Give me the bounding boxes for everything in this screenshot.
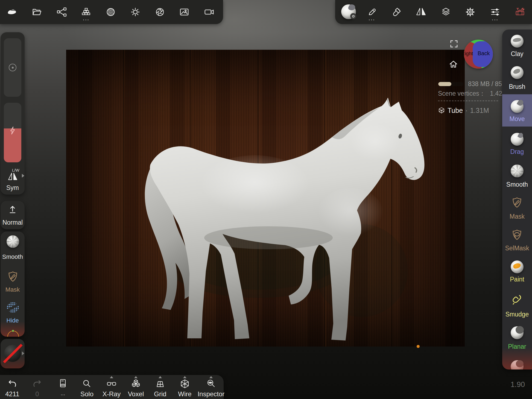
- top-toolbar-right: [335, 0, 532, 24]
- voxel-label[interactable]: Voxel: [123, 390, 149, 398]
- tool-clay-label[interactable]: Clay: [502, 50, 532, 58]
- mask-quick-icon[interactable]: [7, 271, 19, 282]
- selected-object-row[interactable]: Tube · 1.31M: [438, 106, 489, 115]
- wire-sphere-icon: [438, 107, 445, 114]
- solo-button[interactable]: [82, 379, 92, 389]
- tool-panel: Clay Brush Move Drag Smooth Mask SelMask…: [502, 30, 532, 369]
- painting-brush-button[interactable]: [391, 7, 402, 17]
- redo-button[interactable]: [32, 379, 42, 389]
- material-dent: [348, 4, 356, 11]
- settings-gear-button[interactable]: [465, 7, 475, 17]
- nav-face-right-label[interactable]: Right: [464, 51, 473, 57]
- stats-separator: [438, 101, 498, 101]
- grid-label[interactable]: Grid: [147, 390, 173, 398]
- grid-button[interactable]: [155, 379, 165, 389]
- memory-bar-fill: [438, 82, 451, 86]
- voxel-popup-indicator: [134, 376, 138, 378]
- inspector-popup-indicator: [209, 376, 213, 378]
- tool-mask-label[interactable]: Mask: [502, 213, 532, 220]
- topology-sphere-button[interactable]: [106, 7, 116, 17]
- symmetry-expand-chevron[interactable]: [22, 174, 24, 178]
- grid-popup-indicator: [159, 376, 162, 378]
- tool-brush-icon[interactable]: [511, 66, 524, 79]
- undo-button[interactable]: [7, 379, 17, 389]
- nav-face-back-label[interactable]: Back: [478, 50, 490, 57]
- radius-slider[interactable]: [4, 38, 21, 97]
- memory-bar: [438, 82, 463, 86]
- radius-icon: [9, 64, 16, 71]
- falloff-expand-chevron[interactable]: [22, 351, 24, 355]
- tool-smudge-icon[interactable]: [511, 294, 523, 306]
- voxel-button[interactable]: [131, 379, 141, 389]
- tool-mask-icon[interactable]: [511, 197, 523, 208]
- home-icon[interactable]: [449, 60, 458, 68]
- symmetry-toggle-icon[interactable]: [8, 172, 18, 181]
- turntable-video-button[interactable]: [204, 7, 214, 17]
- tool-smooth-icon[interactable]: [511, 165, 524, 177]
- redo-count: 0: [24, 390, 50, 398]
- material-sphere-button[interactable]: [341, 4, 356, 19]
- scene-vertices-label: Scene vertices：: [438, 90, 486, 97]
- smooth-quick-icon[interactable]: [7, 235, 19, 248]
- tool-move-icon[interactable]: [511, 100, 524, 113]
- falloff-panel[interactable]: [1, 339, 25, 368]
- lighting-sun-button[interactable]: [130, 7, 141, 17]
- normal-arrow-icon: [8, 205, 17, 215]
- object-vertices: 1.31M: [470, 107, 489, 115]
- camera-aperture-button[interactable]: [155, 7, 165, 17]
- plank-seam: [124, 50, 124, 347]
- tool-paint-icon[interactable]: [511, 260, 524, 273]
- layers-button[interactable]: [441, 7, 451, 17]
- xray-label[interactable]: X-Ray: [98, 390, 125, 398]
- xray-button[interactable]: [106, 379, 117, 389]
- normal-falloff-panel[interactable]: Normal: [1, 201, 25, 229]
- tool-panel-danger-gradient: [502, 348, 532, 369]
- intensity-slider[interactable]: [4, 103, 21, 162]
- symmetry-label[interactable]: Sym: [0, 184, 25, 192]
- history-button[interactable]: [58, 378, 68, 389]
- scene-vertices-row: Scene vertices： 1.42M: [438, 89, 507, 98]
- tool-move-label[interactable]: Move: [502, 115, 532, 123]
- viewport-canvas[interactable]: [66, 50, 465, 347]
- app-version: 1.90: [503, 380, 525, 389]
- tool-drag-label[interactable]: Drag: [502, 148, 532, 156]
- stroke-pencil-more-dots: ...: [366, 17, 377, 20]
- inspector-button[interactable]: [206, 379, 216, 389]
- tool-drag-icon[interactable]: [511, 133, 524, 146]
- nav-sphere[interactable]: Right Back: [464, 40, 493, 69]
- solo-label[interactable]: Solo: [74, 390, 100, 398]
- symmetry-button[interactable]: [416, 7, 426, 17]
- fullscreen-icon[interactable]: [450, 40, 458, 48]
- inspector-label[interactable]: Inspector: [195, 390, 227, 398]
- mask-quick-label[interactable]: Mask: [1, 286, 25, 293]
- toolbox-button[interactable]: [515, 7, 525, 17]
- tool-selmask-label[interactable]: SelMask: [502, 245, 532, 252]
- tool-brush-label[interactable]: Brush: [502, 83, 532, 90]
- tool-clay-icon[interactable]: [511, 35, 524, 48]
- memory-usage-text: 838 MB / 857 M: [468, 80, 502, 88]
- tool-smooth-label[interactable]: Smooth: [502, 181, 532, 188]
- nomad-logo[interactable]: [7, 7, 17, 17]
- object-name: Tube: [448, 107, 463, 115]
- wire-button[interactable]: [180, 379, 190, 389]
- material-gear-badge[interactable]: [350, 13, 356, 19]
- normal-label: Normal: [0, 219, 25, 226]
- wire-label[interactable]: Wire: [172, 390, 198, 398]
- undo-count: 4211: [0, 390, 25, 398]
- smooth-quick-label[interactable]: Smooth: [1, 253, 25, 260]
- horse-model[interactable]: [140, 96, 430, 350]
- tool-planar-icon[interactable]: [511, 326, 524, 339]
- hide-quick-icon[interactable]: [7, 302, 19, 313]
- tool-smudge-label[interactable]: Smudge: [502, 311, 532, 318]
- history-more: ...: [50, 390, 76, 397]
- interface-sliders-more-dots: ...: [490, 17, 501, 20]
- xray-popup-indicator: [110, 376, 113, 378]
- tool-selmask-icon[interactable]: [511, 229, 523, 240]
- symmetry-mode-label: L/W: [12, 168, 19, 172]
- tool-paint-label[interactable]: Paint: [502, 276, 532, 283]
- scene-graph-button[interactable]: [57, 7, 67, 17]
- nomad-sculpt-app: { "app": { "version": "1.90" }, "colors"…: [0, 0, 532, 399]
- background-image-button[interactable]: [179, 7, 189, 17]
- stroke-settings-panel: L/W Sym: [1, 32, 25, 195]
- files-folder-button[interactable]: [32, 7, 42, 17]
